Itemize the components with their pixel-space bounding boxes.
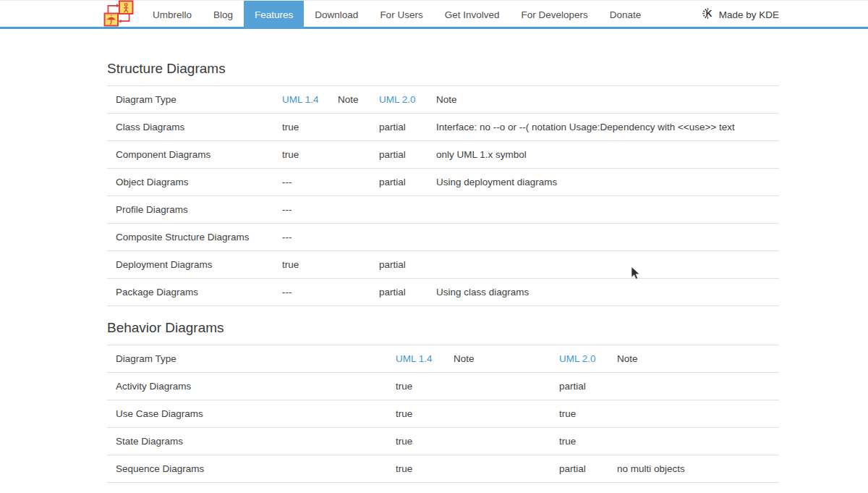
table-row: Composite Structure Diagrams --- (107, 224, 779, 251)
nav-item-blog[interactable]: Blog (203, 1, 244, 29)
cell (427, 251, 779, 279)
cell: partial (370, 251, 427, 279)
table-row: Object Diagrams --- partial Using deploy… (107, 169, 779, 196)
cell: true (273, 114, 329, 141)
table-row: Package Diagrams --- partial Using class… (107, 279, 779, 306)
cell: only UML 1.x symbol (427, 141, 779, 169)
cell (329, 169, 370, 196)
cell: true (387, 400, 445, 428)
structure-diagrams-section: Structure Diagrams Diagram Type UML 1.4 … (107, 62, 779, 306)
cell (608, 373, 779, 400)
cell: Sequence Diagrams (107, 455, 387, 483)
cell (329, 251, 370, 279)
cell: partial (370, 114, 427, 141)
uml14-link[interactable]: UML 1.4 (273, 86, 329, 114)
nav-item-for-developers[interactable]: For Developers (510, 1, 598, 29)
cell: true (273, 251, 329, 279)
nav-item-download[interactable]: Download (304, 1, 369, 29)
table-header-row: Diagram Type UML 1.4 Note UML 2.0 Note (107, 345, 779, 373)
cell: Use Case Diagrams (107, 400, 387, 428)
nav-item-donate[interactable]: Donate (599, 1, 652, 29)
table-row: Deployment Diagrams true partial (107, 251, 779, 279)
table-row: Use Case Diagrams true true (107, 400, 779, 428)
cell: true (387, 455, 445, 483)
column-header-note: Note (608, 345, 779, 373)
made-by-kde-link[interactable]: K Made by KDE (702, 1, 779, 29)
cell: --- (273, 196, 329, 224)
umbrello-logo[interactable] (103, 1, 135, 29)
cell (445, 455, 550, 483)
cell: State Diagrams (107, 428, 387, 455)
umbrello-logo-icon (103, 0, 135, 30)
table-row: Class Diagrams true partial Interface: n… (107, 114, 779, 141)
features-page-content: Structure Diagrams Diagram Type UML 1.4 … (107, 62, 779, 483)
cell: partial (370, 141, 427, 169)
cell: Class Diagrams (107, 114, 273, 141)
nav-item-get-involved[interactable]: Get Involved (434, 1, 511, 29)
cell: true (387, 373, 445, 400)
cell: --- (273, 279, 329, 306)
column-header-note: Note (329, 86, 370, 114)
cell: Activity Diagrams (107, 373, 387, 400)
table-row: Profile Diagrams --- (107, 196, 779, 224)
cell: Using deployment diagrams (427, 169, 779, 196)
cell: true (550, 428, 608, 455)
section-title-behavior: Behavior Diagrams (107, 321, 779, 334)
cell (329, 196, 370, 224)
cell: partial (370, 169, 427, 196)
cell (329, 141, 370, 169)
cell (329, 224, 370, 251)
cell: Object Diagrams (107, 169, 273, 196)
column-header-diagram-type: Diagram Type (107, 345, 387, 373)
svg-text:K: K (705, 9, 712, 19)
nav-item-for-users[interactable]: For Users (369, 1, 433, 29)
table-row: State Diagrams true true (107, 428, 779, 455)
made-by-kde-label: Made by KDE (719, 9, 779, 20)
kde-gear-logo-icon: K (702, 7, 714, 22)
cell: true (387, 428, 445, 455)
nav-item-features[interactable]: Features (244, 1, 304, 29)
cell (427, 196, 779, 224)
behavior-diagrams-table: Diagram Type UML 1.4 Note UML 2.0 Note A… (107, 345, 779, 483)
cell (445, 373, 550, 400)
cell (329, 114, 370, 141)
cell: no multi objects (608, 455, 779, 483)
cell: Package Diagrams (107, 279, 273, 306)
behavior-diagrams-section: Behavior Diagrams Diagram Type UML 1.4 N… (107, 321, 779, 483)
main-nav: Umbrello Blog Features Download For User… (142, 1, 652, 29)
cell (608, 428, 779, 455)
cell: --- (273, 169, 329, 196)
structure-diagrams-table: Diagram Type UML 1.4 Note UML 2.0 Note C… (107, 85, 779, 306)
column-header-note: Note (445, 345, 550, 373)
cell: true (550, 400, 608, 428)
cell: partial (550, 373, 608, 400)
column-header-diagram-type: Diagram Type (107, 86, 273, 114)
nav-item-umbrello[interactable]: Umbrello (142, 1, 203, 29)
uml20-link[interactable]: UML 2.0 (550, 345, 608, 373)
cell (445, 400, 550, 428)
cell (329, 279, 370, 306)
cell: Using class diagrams (427, 279, 779, 306)
cell (427, 224, 779, 251)
cell (445, 428, 550, 455)
table-row: Activity Diagrams true partial (107, 373, 779, 400)
cell: true (273, 141, 329, 169)
cell: Component Diagrams (107, 141, 273, 169)
cell: Profile Diagrams (107, 196, 273, 224)
column-header-note: Note (427, 86, 779, 114)
uml14-link[interactable]: UML 1.4 (387, 345, 445, 373)
uml20-link[interactable]: UML 2.0 (370, 86, 427, 114)
cell: --- (273, 224, 329, 251)
table-row: Component Diagrams true partial only UML… (107, 141, 779, 169)
cell (608, 400, 779, 428)
table-row: Sequence Diagrams true partial no multi … (107, 455, 779, 483)
cell (370, 224, 427, 251)
cell (370, 196, 427, 224)
cell: Deployment Diagrams (107, 251, 273, 279)
cell: partial (370, 279, 427, 306)
cell: Composite Structure Diagrams (107, 224, 273, 251)
cell: partial (550, 455, 608, 483)
section-title-structure: Structure Diagrams (107, 62, 779, 75)
top-navbar: Umbrello Blog Features Download For User… (0, 0, 868, 29)
cell: Interface: no --o or --( notation Usage:… (427, 114, 779, 141)
